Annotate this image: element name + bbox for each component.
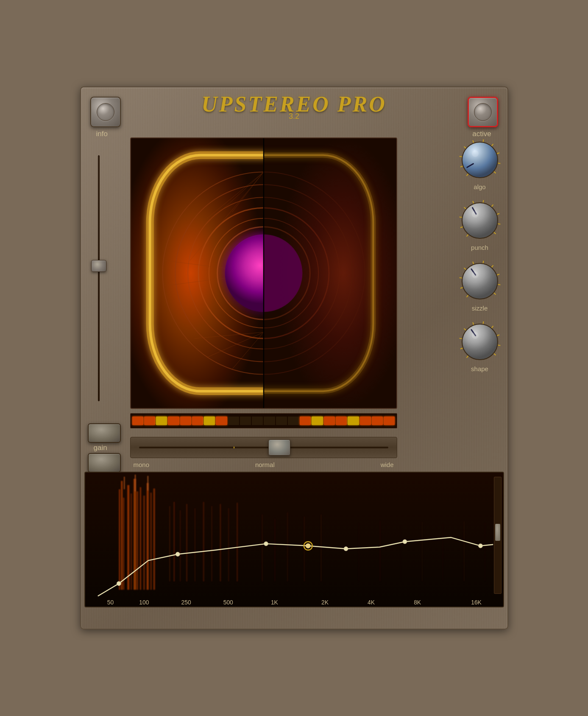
punch-knob[interactable] xyxy=(457,198,502,243)
svg-rect-118 xyxy=(320,515,321,582)
svg-rect-115 xyxy=(274,519,275,582)
svg-point-72 xyxy=(462,263,498,299)
punch-knob-wrapper: punch xyxy=(457,198,503,251)
svg-rect-113 xyxy=(237,503,238,582)
svg-rect-105 xyxy=(173,502,175,582)
svg-rect-100 xyxy=(153,489,155,590)
svg-point-85 xyxy=(462,324,498,360)
svg-rect-91 xyxy=(123,498,124,590)
algo-label: algo xyxy=(474,183,485,190)
svg-rect-109 xyxy=(203,502,204,582)
sizzle-knob-wrapper: sizzle xyxy=(457,259,503,312)
meter-seg-12 xyxy=(264,417,275,425)
width-label-wide: wide xyxy=(381,461,394,468)
svg-rect-90 xyxy=(121,481,123,590)
svg-rect-104 xyxy=(169,506,170,582)
width-slider-thumb[interactable] xyxy=(268,439,290,456)
svg-rect-122 xyxy=(421,522,422,582)
svg-point-127 xyxy=(176,552,180,557)
width-slider-bg xyxy=(130,437,397,458)
svg-text:50: 50 xyxy=(107,599,114,606)
meter-seg-6 xyxy=(192,417,203,425)
svg-rect-92 xyxy=(127,485,129,590)
meter-segments xyxy=(131,417,397,425)
svg-point-59 xyxy=(462,203,498,238)
width-labels: mono normal wide xyxy=(130,461,397,468)
svg-rect-101 xyxy=(124,477,125,489)
meter-seg-19 xyxy=(348,417,359,425)
svg-point-87 xyxy=(472,332,479,339)
punch-knob-ticks xyxy=(457,198,502,243)
svg-rect-95 xyxy=(137,491,138,590)
svg-text:500: 500 xyxy=(223,599,233,606)
svg-point-74 xyxy=(472,271,479,278)
shape-knob-wrapper: shape xyxy=(457,319,503,372)
svg-point-46 xyxy=(462,142,498,178)
svg-point-130 xyxy=(305,543,310,548)
svg-rect-116 xyxy=(287,512,288,582)
sizzle-knob[interactable] xyxy=(457,259,502,304)
sizzle-knob-ticks xyxy=(457,259,502,304)
shape-label: shape xyxy=(471,365,488,372)
eq-scrollbar-thumb[interactable] xyxy=(495,524,500,541)
meter-seg-21 xyxy=(372,417,383,425)
svg-rect-110 xyxy=(211,506,212,582)
info-button[interactable] xyxy=(90,97,121,127)
svg-rect-93 xyxy=(131,493,132,590)
svg-point-133 xyxy=(478,544,482,548)
width-slider-track xyxy=(139,447,388,448)
plugin-container: UPSTEREO PRO 3.2 info active xyxy=(80,87,508,629)
gain-slider-thumb[interactable] xyxy=(91,260,106,272)
meter-seg-20 xyxy=(360,417,371,425)
meter-seg-10 xyxy=(240,417,251,425)
svg-point-131 xyxy=(344,547,348,551)
gain-label: gain xyxy=(94,444,107,452)
info-label: info xyxy=(96,130,108,138)
svg-rect-121 xyxy=(400,525,401,581)
meter-seg-16 xyxy=(312,417,323,425)
meter-seg-17 xyxy=(324,417,335,425)
eq-svg: 50 100 250 500 1K 2K 4K 8K 16K xyxy=(85,473,503,607)
active-label: active xyxy=(467,130,497,138)
menu-button[interactable] xyxy=(88,453,121,473)
width-section: mono normal wide xyxy=(130,433,397,467)
meter-seg-9 xyxy=(228,417,239,425)
svg-rect-106 xyxy=(180,510,181,582)
meter-seg-15 xyxy=(300,417,311,425)
svg-rect-111 xyxy=(220,504,221,582)
main-display xyxy=(130,137,397,409)
svg-rect-125 xyxy=(485,523,485,582)
meter-seg-3 xyxy=(156,417,167,425)
eq-scrollbar[interactable] xyxy=(494,477,502,594)
meter-seg-5 xyxy=(180,417,191,425)
svg-rect-96 xyxy=(139,487,141,590)
svg-text:2K: 2K xyxy=(321,599,329,606)
svg-text:8K: 8K xyxy=(414,599,421,606)
width-label-mono: mono xyxy=(134,461,150,468)
svg-text:1K: 1K xyxy=(270,599,278,606)
svg-point-128 xyxy=(264,542,268,546)
active-button[interactable] xyxy=(468,97,498,127)
svg-rect-97 xyxy=(143,495,145,590)
meter-seg-1 xyxy=(132,417,143,425)
meter-seg-11 xyxy=(252,417,263,425)
svg-rect-123 xyxy=(443,523,443,581)
meter-seg-8 xyxy=(216,417,227,425)
svg-point-132 xyxy=(402,540,407,544)
punch-label: punch xyxy=(471,244,488,251)
eq-section: 50 100 250 500 1K 2K 4K 8K 16K xyxy=(84,472,504,607)
algo-knob-ticks xyxy=(457,137,502,182)
svg-rect-99 xyxy=(150,492,151,590)
version-badge: 3.2 xyxy=(289,112,299,121)
svg-rect-94 xyxy=(134,479,136,590)
shape-knob-ticks xyxy=(457,319,502,364)
algo-knob[interactable] xyxy=(457,137,502,182)
svg-text:16K: 16K xyxy=(471,599,482,606)
shape-knob[interactable] xyxy=(457,319,502,364)
width-marker-line xyxy=(234,447,234,448)
meter-seg-22 xyxy=(384,417,395,425)
svg-point-61 xyxy=(472,211,479,218)
svg-text:100: 100 xyxy=(139,599,149,606)
gain-button[interactable] xyxy=(88,423,121,443)
svg-point-48 xyxy=(472,150,479,157)
